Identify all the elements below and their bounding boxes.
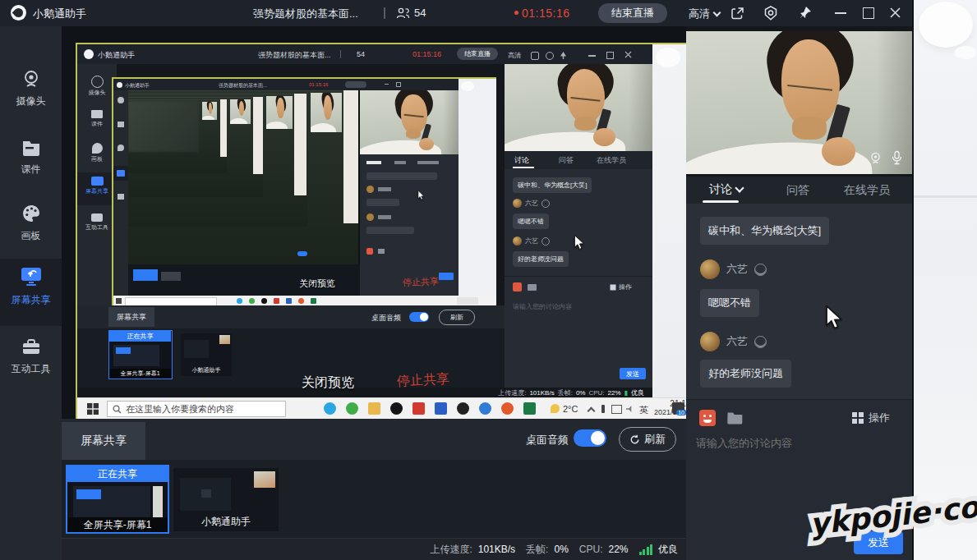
sidebar-label: 画板 — [0, 229, 62, 243]
thumbnail-sharing[interactable]: 正在共享 全屏共享-屏幕1 — [66, 465, 169, 534]
notification-icon: 10 — [672, 402, 684, 414]
chat-bubble: 好的老师没问题 — [700, 360, 791, 388]
sidebar-item-tools[interactable]: 互动工具 — [0, 334, 62, 385]
folder-icon — [21, 138, 42, 158]
search-icon — [113, 405, 122, 414]
share-tab-row: 屏幕共享 桌面音频 刷新 — [62, 419, 686, 460]
close-preview-button[interactable]: 关闭预览 — [302, 374, 354, 392]
cpu-label: CPU: — [579, 544, 603, 555]
quality-dropdown[interactable]: 高清 — [689, 7, 720, 21]
video-mic-icon[interactable] — [890, 150, 904, 165]
recursion-tunnel — [128, 90, 360, 296]
screen: 小鹅通助手 强势题材股的基本面... 54 01:15:16 结束直播 高清 — [0, 0, 977, 560]
sidebar-label: 互动工具 — [0, 362, 62, 376]
avatar — [700, 259, 720, 279]
tab-discussion[interactable]: 讨论 — [709, 182, 743, 197]
start-icon — [87, 403, 99, 415]
sidebar-label: 屏幕共享 — [0, 293, 62, 307]
viewers-icon — [396, 7, 410, 20]
grid-icon — [852, 412, 864, 424]
share-thumbnails: 正在共享 全屏共享-屏幕1 小鹅通助手 — [62, 460, 686, 538]
preview-cursor — [574, 235, 585, 250]
signal-bars-icon — [639, 544, 653, 555]
palette-icon — [21, 203, 42, 224]
screen-share-preview: 小鹅通助手 强势题材股的基本面... 54 01:15:16 结束直播 高清 — [76, 43, 686, 419]
instructor-video — [686, 26, 912, 177]
file-icon[interactable] — [726, 411, 744, 425]
taskbar-search: 在这里输入你要搜索的内容 — [107, 401, 286, 417]
wallpaper-blob — [955, 46, 976, 59]
desktop-audio-toggle[interactable] — [574, 429, 606, 447]
drop-value: 0% — [554, 544, 568, 555]
sharing-badge: 正在共享 — [67, 466, 168, 482]
chat-user-row: 六艺 — [700, 259, 767, 279]
settings-icon[interactable] — [763, 5, 779, 21]
taskbar-app-icon — [412, 402, 425, 415]
tray-expand-icon — [588, 407, 596, 415]
video-camera-icon[interactable] — [869, 151, 883, 165]
end-live-label: 结束直播 — [611, 6, 654, 21]
taskbar-app-icon — [523, 402, 536, 415]
sidebar-item-screen-share[interactable]: 屏幕共享 — [0, 259, 62, 326]
cpu-value: 22% — [608, 544, 628, 555]
taskbar-app-icon — [479, 402, 491, 415]
camera-icon — [21, 69, 42, 90]
viewer-count: 54 — [414, 7, 426, 19]
end-live-button[interactable]: 结束直播 — [598, 3, 667, 23]
maximize-button[interactable] — [863, 7, 874, 19]
pin-icon[interactable] — [797, 5, 813, 21]
refresh-icon — [629, 434, 640, 445]
weather-icon — [551, 404, 560, 413]
sidebar-item-whiteboard[interactable]: 画板 — [0, 200, 62, 251]
badge-icon — [754, 264, 767, 276]
tab-underline — [703, 200, 739, 203]
taskbar-app-icon — [435, 402, 447, 415]
thumbnail-label: 小鹅通助手 — [173, 515, 279, 529]
preview-recursive-desktop: 小鹅通助手 强势题材股的基本面... 01:15:16 — [112, 77, 496, 305]
live-title: 强势题材股的基本面... — [253, 7, 358, 21]
close-button[interactable] — [889, 7, 901, 19]
sidebar-label: 课件 — [0, 163, 62, 177]
stop-share-button[interactable]: 停止共享 — [396, 370, 449, 390]
preview-taskbar: 在这里输入你要搜索的内容 2°C — [77, 397, 686, 420]
right-panel: 讨论 问答 在线学员 碳中和、华为概念[大笑] 六艺 嗯嗯不错 六艺 — [686, 26, 912, 560]
title-bar: 小鹅通助手 强势题材股的基本面... 54 01:15:16 结束直播 高清 — [0, 0, 912, 26]
taskbar-app-icon — [390, 402, 403, 415]
preview-wallpaper — [652, 44, 686, 397]
sidebar-label: 摄像头 — [0, 94, 62, 108]
emoji-icon[interactable] — [699, 410, 716, 426]
tray-icon — [626, 406, 634, 412]
wallpaper-blob — [919, 2, 973, 48]
badge-icon — [754, 336, 767, 348]
refresh-button[interactable]: 刷新 — [619, 427, 676, 452]
share-icon[interactable] — [730, 6, 745, 21]
live-dot — [514, 11, 518, 15]
ime-indicator: 英 — [639, 404, 648, 416]
chat-bubble: 嗯嗯不错 — [700, 289, 759, 317]
status-bar: 上传速度: 101KB/s 丢帧: 0% CPU: 22% 优良 — [62, 538, 686, 560]
live-timer: 01:15:16 — [522, 7, 570, 20]
thumbnail-label: 全屏共享-屏幕1 — [67, 517, 168, 532]
thumbnail-app[interactable]: 小鹅通助手 — [173, 468, 279, 531]
preview-app-window: 小鹅通助手 强势题材股的基本面... 54 01:15:16 结束直播 高清 — [77, 44, 652, 398]
preview-chat-panel: 讨论 问答 在线学员 碳中和、华为概念[大笑] 六艺 嗯嗯不错 — [505, 64, 652, 388]
toggle-knob — [591, 431, 605, 445]
upload-value: 101KB/s — [478, 544, 515, 555]
chat-bubble: 碳中和、华为概念[大笑] — [700, 217, 829, 245]
titlebar-divider — [384, 7, 385, 19]
tab-screen-share[interactable]: 屏幕共享 — [62, 422, 145, 460]
sidebar-item-camera[interactable]: 摄像头 — [0, 67, 62, 118]
taskbar-temp: 2°C — [563, 404, 578, 414]
desktop-audio-label: 桌面音频 — [526, 433, 569, 448]
minimize-button[interactable] — [835, 12, 846, 14]
tab-students[interactable]: 在线学员 — [844, 183, 890, 198]
user-name: 六艺 — [726, 334, 748, 349]
network-grade: 优良 — [658, 543, 678, 557]
taskbar-app-icon — [368, 402, 380, 415]
actions-label: 操作 — [869, 411, 890, 425]
sidebar-item-courseware[interactable]: 课件 — [0, 135, 62, 186]
tab-qa[interactable]: 问答 — [786, 183, 809, 198]
avatar — [700, 332, 720, 351]
app-name: 小鹅通助手 — [33, 7, 86, 21]
actions-button[interactable]: 操作 — [852, 411, 890, 425]
